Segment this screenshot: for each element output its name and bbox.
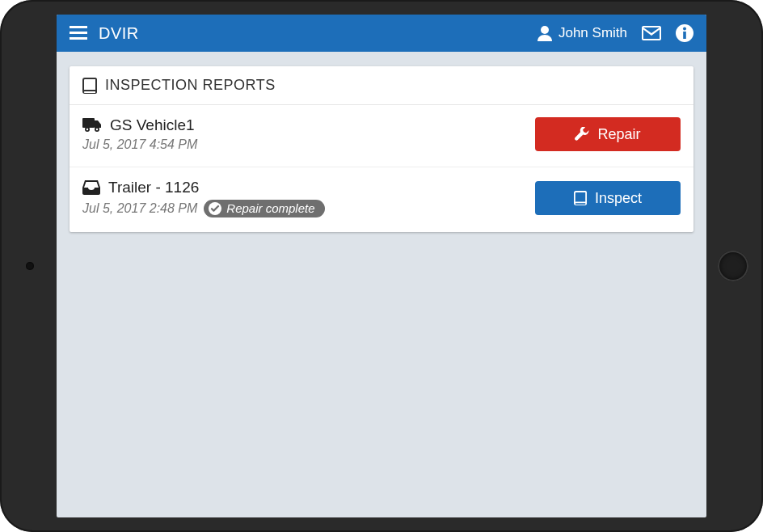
- book-icon: [82, 78, 97, 94]
- svg-point-11: [96, 129, 98, 130]
- svg-point-6: [683, 27, 686, 31]
- button-label: Repair: [597, 126, 640, 143]
- report-sub-line: Jul 5, 2017 4:54 PM: [82, 137, 535, 152]
- check-circle-icon: [209, 202, 221, 215]
- header-left: DVIR: [70, 24, 139, 43]
- user-block[interactable]: John Smith: [537, 25, 627, 41]
- tablet-frame: DVIR John Smith: [0, 0, 763, 532]
- book-icon: [574, 191, 587, 205]
- app-header: DVIR John Smith: [57, 15, 706, 52]
- status-label: Repair complete: [226, 201, 314, 215]
- inbox-icon: [82, 180, 100, 195]
- menu-icon[interactable]: [70, 26, 87, 40]
- user-name: John Smith: [559, 25, 627, 41]
- svg-rect-0: [70, 26, 87, 28]
- report-info: GS Vehicle1 Jul 5, 2017 4:54 PM: [82, 116, 535, 152]
- svg-point-3: [541, 26, 549, 34]
- card-header: INSPECTION REPORTS: [70, 66, 693, 105]
- inspect-button[interactable]: Inspect: [535, 181, 681, 215]
- report-timestamp: Jul 5, 2017 2:48 PM: [82, 201, 197, 216]
- svg-rect-5: [683, 32, 686, 39]
- report-info: Trailer - 1126 Jul 5, 2017 2:48 PM Repai…: [82, 179, 535, 217]
- wrench-icon: [575, 127, 589, 141]
- tablet-home-button[interactable]: [718, 251, 748, 281]
- svg-rect-2: [70, 37, 87, 40]
- header-right: John Smith: [537, 24, 693, 42]
- card-title: INSPECTION REPORTS: [105, 77, 276, 94]
- app-viewport: DVIR John Smith: [57, 15, 706, 517]
- svg-point-9: [86, 129, 88, 130]
- mail-icon[interactable]: [642, 26, 661, 40]
- report-row: Trailer - 1126 Jul 5, 2017 2:48 PM Repai…: [70, 167, 693, 232]
- report-title-line: GS Vehicle1: [82, 116, 535, 134]
- report-name: Trailer - 1126: [108, 179, 199, 196]
- report-title-line: Trailer - 1126: [82, 179, 535, 196]
- svg-rect-7: [82, 118, 95, 128]
- svg-rect-1: [70, 32, 87, 34]
- user-icon: [537, 25, 552, 41]
- status-badge: Repair complete: [204, 200, 324, 217]
- info-icon[interactable]: [676, 24, 693, 42]
- report-row: GS Vehicle1 Jul 5, 2017 4:54 PM Repair: [70, 105, 693, 167]
- truck-icon: [82, 118, 102, 133]
- repair-button[interactable]: Repair: [535, 117, 681, 151]
- app-title: DVIR: [99, 24, 139, 43]
- report-sub-line: Jul 5, 2017 2:48 PM Repair complete: [82, 200, 535, 217]
- tablet-camera: [26, 262, 34, 270]
- inspection-reports-card: INSPECTION REPORTS GS Vehicle1 Jul 5, 20…: [70, 66, 693, 232]
- report-timestamp: Jul 5, 2017 4:54 PM: [82, 137, 197, 152]
- button-label: Inspect: [595, 190, 642, 207]
- report-name: GS Vehicle1: [110, 116, 195, 134]
